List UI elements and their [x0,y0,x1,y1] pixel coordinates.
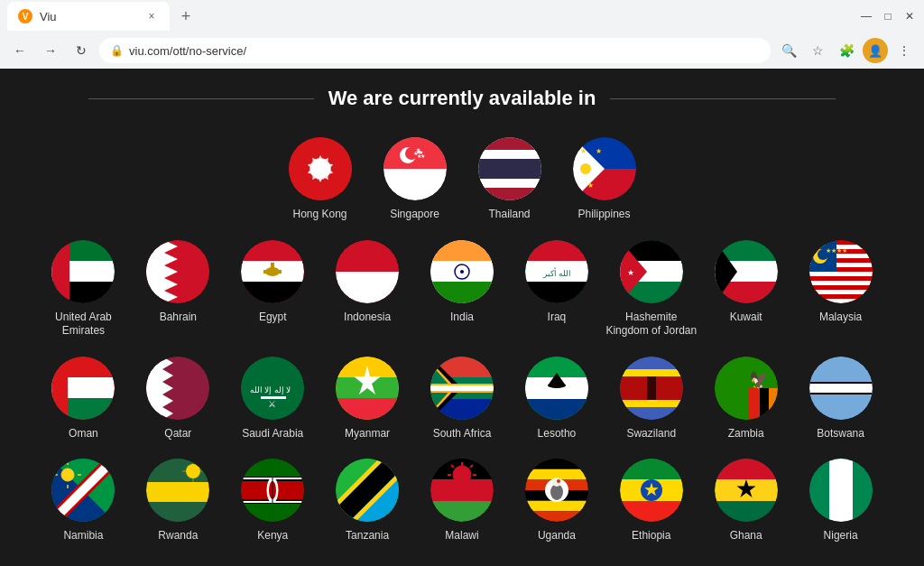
svg-rect-95 [51,357,68,420]
address-input[interactable]: 🔒 viu.com/ott/no-service/ [99,38,771,63]
svg-rect-144 [749,388,760,420]
flag-ng [809,459,873,522]
country-kenya[interactable]: Kenya [226,459,320,543]
country-name-mw: Malawi [445,529,478,543]
country-tanzania[interactable]: Tanzania [320,459,415,543]
new-tab-button[interactable]: + [173,4,199,29]
flag-ug [525,459,588,522]
flag-in [430,240,494,303]
country-name-kw: Kuwait [730,311,762,325]
country-malawi[interactable]: Malawi [415,459,510,543]
flag-za [430,357,494,420]
countries-grid: Hong Kong ★ ★ ★ [36,137,888,543]
svg-rect-61 [525,282,588,303]
country-name-th: Thailand [488,208,530,222]
country-name-za: South Africa [433,427,492,441]
country-indonesia[interactable]: Indonesia [320,240,415,339]
flag-ke [241,459,304,522]
country-uganda[interactable]: Uganda [509,459,604,543]
search-icon[interactable]: 🔍 [776,38,801,63]
flag-rw [146,459,209,522]
flag-bh [146,240,209,303]
flag-mw [430,459,494,522]
country-philippines[interactable]: ★ ★ ★ Philippines [557,137,651,222]
svg-point-22 [580,163,591,174]
country-name-iq: Iraq [548,311,567,325]
country-bahrain[interactable]: Bahrain [131,240,226,339]
country-rwanda[interactable]: Rwanda [131,459,226,543]
row-3: Oman Qatar [36,357,888,441]
country-oman[interactable]: Oman [36,357,131,441]
tab-close-button[interactable]: × [144,9,159,23]
close-window-button[interactable]: ✕ [902,9,917,23]
country-lesotho[interactable]: Lesotho [509,357,604,441]
forward-button[interactable]: → [38,38,63,63]
country-india[interactable]: India [415,240,510,339]
flag-my: ★★★★ [809,240,873,303]
svg-rect-14 [478,159,541,179]
country-jordan[interactable]: ★ Hashemite Kingdom of Jordan [604,240,698,339]
svg-rect-220 [620,459,683,479]
svg-rect-146 [769,388,778,420]
refresh-button[interactable]: ↻ [69,38,94,63]
menu-icon[interactable]: ⋮ [892,38,917,63]
country-swaziland[interactable]: Swaziland [604,357,698,441]
country-egypt[interactable]: Egypt [226,240,320,339]
svg-text:الله أكبر: الله أكبر [542,267,571,279]
country-thailand[interactable]: Thailand [462,137,557,222]
country-name-sg: Singapore [390,208,439,222]
svg-text:⚔: ⚔ [268,399,276,409]
svg-text:لا إله إلا الله: لا إله إلا الله [250,385,291,395]
country-nigeria[interactable]: Nigeria [793,459,888,543]
country-ethiopia[interactable]: Ethiopia [604,459,698,543]
country-name-ug: Uganda [538,529,576,543]
svg-rect-130 [525,399,588,420]
svg-rect-83 [809,281,873,285]
country-name-sa: Saudi Arabia [242,427,303,441]
svg-text:★★★★: ★★★★ [826,247,847,254]
svg-rect-170 [146,482,209,502]
country-singapore[interactable]: ★ ★ ★ ★ ★ Singapore [367,137,462,222]
country-hong-kong[interactable]: Hong Kong [273,137,367,222]
minimize-button[interactable]: — [859,9,873,23]
country-iraq[interactable]: الله أكبر Iraq [509,240,604,339]
country-south-africa[interactable]: South Africa [415,357,510,441]
country-name-hk: Hong Kong [292,208,346,222]
country-malaysia[interactable]: ★★★★ Malaysia [793,240,888,339]
country-name-uae: United Arab Emirates [36,311,131,339]
svg-rect-52 [430,240,494,261]
extensions-icon[interactable]: 🧩 [834,38,859,63]
country-saudi-arabia[interactable]: لا إله إلا الله ⚔ Saudi Arabia [226,357,320,441]
bookmark-icon[interactable]: ☆ [805,38,830,63]
country-kuwait[interactable]: Kuwait [698,240,793,339]
maximize-button[interactable]: □ [881,9,895,23]
country-name-rw: Rwanda [158,529,198,543]
country-name-id: Indonesia [344,311,391,325]
country-name-ng: Nigeria [824,529,858,543]
svg-text:★: ★ [580,147,587,155]
country-myanmar[interactable]: Myanmar [320,357,415,441]
country-namibia[interactable]: Namibia [36,459,131,543]
svg-rect-180 [241,501,304,522]
browser-tab[interactable]: V Viu × [7,2,170,31]
country-name-bh: Bahrain [160,311,197,325]
svg-point-161 [61,469,74,481]
tab-title: Viu [40,10,57,23]
country-zambia[interactable]: 🦅 Zambia [698,357,793,441]
country-qatar[interactable]: Qatar [131,357,226,441]
page-title: We are currently available in [328,87,596,110]
country-botswana[interactable]: Botswana [793,357,888,441]
svg-rect-139 [620,407,683,420]
country-name-ph: Philippines [578,208,630,222]
svg-rect-152 [809,384,873,393]
svg-rect-178 [241,459,304,479]
flag-iq: الله أكبر [525,240,588,303]
back-button[interactable]: ← [7,38,32,63]
svg-rect-234 [829,459,853,522]
country-name-sz: Swaziland [626,427,676,441]
profile-icon[interactable]: 👤 [863,38,888,63]
country-uae[interactable]: United Arab Emirates [36,240,131,339]
country-ghana[interactable]: Ghana [698,459,793,543]
svg-rect-85 [809,299,873,303]
country-name-om: Oman [69,427,98,441]
